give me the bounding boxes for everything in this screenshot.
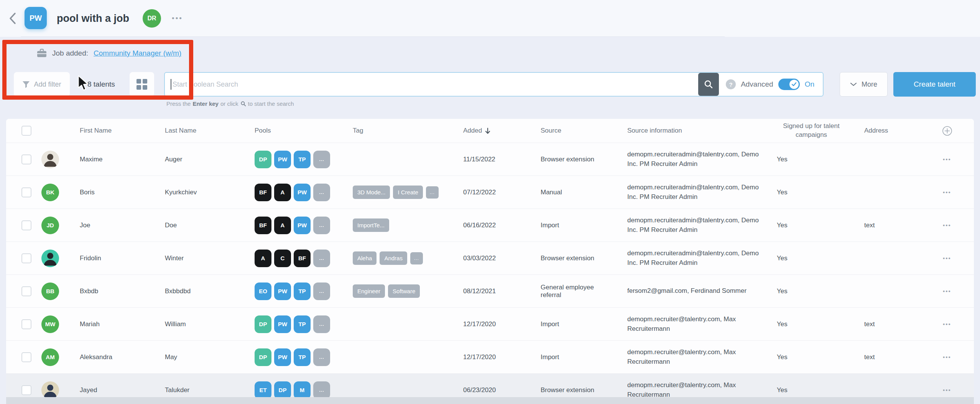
header-source[interactable]: Source	[529, 127, 616, 135]
header-source-information[interactable]: Source information	[616, 126, 765, 136]
cell-last-name: May	[151, 353, 243, 361]
header-pools[interactable]: Pools	[243, 127, 341, 135]
cell-avatar	[31, 381, 66, 399]
cell-actions: •••	[920, 255, 974, 261]
pool-badge[interactable]: PW	[274, 151, 291, 168]
row-actions-button[interactable]: •••	[943, 222, 951, 228]
cell-signed-up: Yes	[765, 189, 853, 196]
pool-badge[interactable]: PW	[294, 217, 311, 234]
table-row[interactable]: FridolinWinterACBF...AlehaAndras...03/03…	[6, 241, 974, 274]
table-row[interactable]: JDJoeDoeBFAPW...ImportTe...06/16/2022Imp…	[6, 209, 974, 241]
pool-badge[interactable]: BF	[255, 217, 271, 234]
more-button[interactable]: More	[840, 72, 888, 97]
table-row[interactable]: BKBorisKyurkchievBFAPW...3D Mode...I Cre…	[6, 176, 974, 209]
pool-overflow-button[interactable]: ...	[313, 250, 330, 267]
header-added[interactable]: Added	[455, 127, 529, 135]
row-checkbox[interactable]	[21, 253, 31, 263]
pool-overflow-button[interactable]: ...	[313, 348, 330, 366]
grid-view-button[interactable]	[130, 72, 154, 97]
header-tag[interactable]: Tag	[341, 127, 455, 135]
table-row[interactable]: MaximeAugerDPPWTP...11/15/2022Browser ex…	[6, 143, 974, 176]
cell-source: Import	[529, 222, 616, 229]
tag-overflow: ...	[426, 186, 439, 199]
pool-badge[interactable]: BF	[255, 184, 271, 201]
avatar: BB	[41, 282, 59, 300]
row-actions-button[interactable]: •••	[943, 156, 951, 163]
cell-source-information: demopm.recruiter@talentry.com, Max Recru…	[616, 348, 765, 366]
pool-badge[interactable]: PW	[294, 184, 311, 201]
help-icon[interactable]: ?	[726, 79, 736, 89]
row-checkbox[interactable]	[21, 286, 31, 296]
cell-source: Import	[529, 353, 616, 361]
pool-badge[interactable]: TP	[294, 282, 311, 300]
table-row[interactable]: MWMariahWilliamDPPWTP...12/17/2020Import…	[6, 307, 974, 340]
pool-badge[interactable]: DP	[274, 381, 291, 399]
cell-signed-up: Yes	[765, 320, 853, 328]
pool-overflow-button[interactable]: ...	[313, 151, 330, 168]
row-checkbox[interactable]	[21, 319, 31, 329]
pool-overflow-button[interactable]: ...	[313, 315, 330, 333]
row-checkbox[interactable]	[21, 154, 31, 164]
search-hint: Press the Enter key or click to start th…	[166, 100, 294, 107]
hint-enter-key: Enter key	[192, 100, 219, 107]
check-icon	[791, 82, 797, 87]
pool-overflow-button[interactable]: ...	[313, 282, 330, 300]
pool-badge[interactable]: A	[274, 184, 291, 201]
pool-badge[interactable]: EO	[255, 282, 271, 300]
pool-badge[interactable]: TP	[294, 151, 311, 168]
add-filter-button[interactable]: Add filter	[14, 72, 70, 97]
toolbar: Add filter 8 talents ? Advanced On More …	[0, 72, 980, 97]
briefcase-icon	[37, 49, 47, 58]
pool-badge[interactable]: ET	[255, 381, 271, 399]
back-button[interactable]	[8, 11, 18, 25]
add-filter-label: Add filter	[34, 80, 61, 89]
pool-badge[interactable]: PW	[274, 282, 291, 300]
row-actions-button[interactable]: •••	[943, 255, 951, 261]
more-label: More	[862, 80, 877, 89]
pool-badge[interactable]: BF	[294, 250, 311, 267]
cell-pools: ETDPM...	[243, 381, 341, 399]
row-checkbox[interactable]	[21, 187, 31, 197]
row-actions-button[interactable]: •••	[943, 321, 951, 327]
table-row[interactable]: AMAleksandraMayDPPWTP...12/17/2020Import…	[6, 340, 974, 373]
pool-badge[interactable]: A	[274, 217, 291, 234]
pool-badge[interactable]: DP	[255, 348, 271, 366]
select-all-checkbox[interactable]	[21, 126, 31, 136]
header-first-name[interactable]: First Name	[66, 127, 151, 135]
row-checkbox[interactable]	[21, 220, 31, 230]
app-header: PW pool with a job DR •••	[0, 0, 980, 37]
search-input[interactable]	[165, 73, 698, 96]
row-actions-button[interactable]: •••	[943, 189, 951, 195]
header-address[interactable]: Address	[853, 127, 920, 135]
row-checkbox[interactable]	[21, 385, 31, 395]
search-button[interactable]	[698, 73, 719, 96]
pool-badge[interactable]: PW	[274, 348, 291, 366]
pool-badge[interactable]: M	[294, 381, 311, 399]
header-last-name[interactable]: Last Name	[151, 127, 243, 135]
header-add-column[interactable]	[920, 126, 974, 136]
pool-overflow-button[interactable]: ...	[313, 217, 330, 234]
row-actions-button[interactable]: •••	[943, 354, 951, 360]
header-signed-up[interactable]: Signed up for talent campaigns	[765, 122, 853, 140]
row-checkbox[interactable]	[21, 352, 31, 362]
pool-overflow-button[interactable]: ...	[313, 381, 330, 399]
row-actions-button[interactable]: •••	[943, 288, 951, 294]
advanced-toggle[interactable]	[778, 79, 800, 90]
pool-badge[interactable]: PW	[274, 315, 291, 333]
pool-badge[interactable]: TP	[294, 315, 311, 333]
pool-badge[interactable]: A	[255, 250, 271, 267]
pool-overflow-button[interactable]: ...	[313, 184, 330, 201]
cell-added: 06/16/2022	[455, 222, 529, 229]
search-icon	[704, 79, 714, 89]
pool-badge[interactable]: TP	[294, 348, 311, 366]
cell-last-name: Winter	[151, 255, 243, 262]
pool-badge[interactable]: C	[274, 250, 291, 267]
create-talent-button[interactable]: Create talent	[893, 72, 976, 97]
job-added-link[interactable]: Community Manager (w/m)	[94, 49, 181, 57]
header-options-button[interactable]: •••	[172, 11, 183, 25]
row-actions-button[interactable]: •••	[943, 387, 951, 393]
pool-badge[interactable]: DP	[255, 151, 271, 168]
pool-badge[interactable]: DP	[255, 315, 271, 333]
cell-avatar: AM	[31, 348, 66, 366]
table-row[interactable]: BBBxbdbBxbbdbdEOPWTP...EngineerSoftware0…	[6, 274, 974, 307]
